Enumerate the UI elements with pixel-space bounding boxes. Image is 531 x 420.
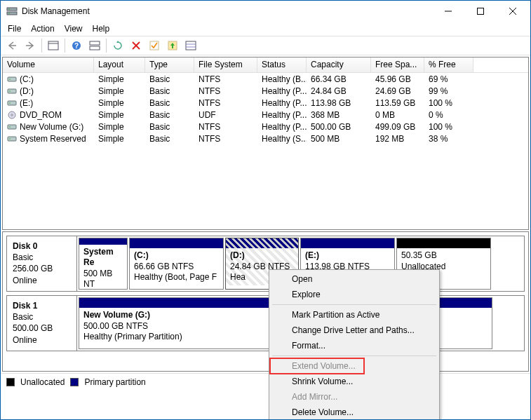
disk-state: Online bbox=[13, 276, 37, 285]
partition[interactable]: (C:)66.66 GB NTFSHealthy (Boot, Page F bbox=[129, 238, 224, 290]
svg-point-2 bbox=[8, 8, 10, 10]
svg-rect-29 bbox=[8, 125, 16, 129]
partition-title: (C:) bbox=[134, 250, 149, 260]
panel-icon bbox=[48, 41, 59, 50]
forward-button[interactable] bbox=[22, 38, 39, 53]
list-view-button[interactable] bbox=[182, 38, 199, 53]
disk-size: 500.00 GB bbox=[13, 323, 53, 333]
menu-item-change-drive-letter-and-paths[interactable]: Change Drive Letter and Paths... bbox=[271, 323, 438, 338]
remove-button[interactable] bbox=[128, 38, 144, 53]
volume-layout: Simple bbox=[94, 98, 145, 108]
volume-status: Healthy (P... bbox=[257, 110, 307, 120]
partition-color-bar bbox=[226, 238, 298, 248]
column-header-type[interactable]: Type bbox=[145, 57, 194, 72]
menu-file[interactable]: File bbox=[8, 24, 21, 34]
volume-list[interactable]: Volume Layout Type File System Status Ca… bbox=[2, 57, 529, 230]
volume-name: DVD_ROM bbox=[20, 110, 62, 120]
volume-status: Healthy (S... bbox=[257, 134, 307, 144]
menu-separator bbox=[272, 304, 436, 305]
volume-capacity: 113.98 GB bbox=[307, 98, 371, 108]
svg-point-24 bbox=[9, 91, 11, 93]
svg-rect-23 bbox=[8, 89, 16, 93]
toolbar-separator bbox=[65, 39, 65, 53]
column-header-pctfree[interactable]: % Free bbox=[424, 57, 473, 72]
menu-item-explore[interactable]: Explore bbox=[271, 287, 438, 302]
toolbar-separator bbox=[106, 39, 107, 53]
disk-name: Disk 0 bbox=[13, 241, 37, 251]
menu-item-open[interactable]: Open bbox=[271, 271, 438, 287]
disk-size: 256.00 GB bbox=[13, 264, 53, 273]
disk-graphical-view[interactable]: Disk 0Basic256.00 GBOnlineSystem Re500 M… bbox=[2, 231, 529, 372]
volume-free: 192 MB bbox=[371, 134, 424, 144]
legend: Unallocated Primary partition bbox=[1, 373, 530, 390]
close-button[interactable] bbox=[497, 1, 529, 22]
volume-row[interactable]: (C:)SimpleBasicNTFSHealthy (B...66.34 GB… bbox=[3, 73, 528, 85]
refresh-button[interactable] bbox=[109, 38, 126, 53]
volume-row[interactable]: New Volume (G:)SimpleBasicNTFSHealthy (P… bbox=[3, 121, 528, 133]
column-header-layout[interactable]: Layout bbox=[94, 57, 145, 72]
partition-title: New Volume (G:) bbox=[83, 310, 150, 320]
svg-rect-25 bbox=[8, 101, 16, 105]
volume-fs: NTFS bbox=[194, 74, 257, 84]
volume-row[interactable]: DVD_ROMSimpleBasicUDFHealthy (P...368 MB… bbox=[3, 109, 528, 121]
volume-name: New Volume (G:) bbox=[20, 122, 83, 132]
svg-rect-21 bbox=[8, 77, 16, 81]
help-button[interactable]: ? bbox=[68, 38, 85, 53]
toolbar-separator bbox=[41, 39, 42, 53]
column-header-freespace[interactable]: Free Spa... bbox=[371, 57, 424, 72]
partition[interactable]: System Re500 MB NTHealthy (Sy bbox=[79, 238, 128, 290]
volume-type: Basic bbox=[145, 98, 194, 108]
drive-icon bbox=[7, 123, 17, 131]
partition-size: 50.35 GB bbox=[401, 250, 437, 260]
volume-fs: NTFS bbox=[194, 122, 257, 132]
volume-fs: NTFS bbox=[194, 86, 257, 96]
show-hide-console-tree-button[interactable] bbox=[45, 38, 62, 53]
menu-action[interactable]: Action bbox=[31, 24, 54, 34]
volume-row[interactable]: (D:)SimpleBasicNTFSHealthy (P...24.84 GB… bbox=[3, 85, 528, 97]
disc-icon bbox=[7, 111, 17, 119]
volume-capacity: 500 MB bbox=[307, 134, 371, 144]
help-icon: ? bbox=[72, 41, 81, 50]
minimize-button[interactable] bbox=[432, 1, 464, 22]
back-button[interactable] bbox=[4, 38, 20, 53]
disk-label[interactable]: Disk 0Basic256.00 GBOnline bbox=[7, 236, 77, 291]
volume-name: System Reserved bbox=[20, 134, 86, 144]
partition-status: Healthy (Boot, Page F bbox=[134, 272, 217, 282]
menu-item-delete-volume[interactable]: Delete Volume... bbox=[271, 405, 438, 420]
disk-label[interactable]: Disk 1Basic500.00 GBOnline bbox=[7, 296, 77, 351]
volume-pctfree: 38 % bbox=[424, 134, 473, 144]
volume-name: (E:) bbox=[20, 98, 33, 108]
menu-item-format[interactable]: Format... bbox=[271, 338, 438, 353]
properties-button[interactable] bbox=[146, 38, 163, 53]
column-header-volume[interactable]: Volume bbox=[3, 57, 94, 72]
menu-item-extend-volume: Extend Volume... bbox=[271, 358, 438, 374]
maximize-button[interactable] bbox=[464, 1, 497, 22]
svg-rect-1 bbox=[7, 12, 17, 15]
disk-row: Disk 1Basic500.00 GBOnlineNew Volume (G:… bbox=[6, 295, 525, 351]
settings-top-bottom-button[interactable] bbox=[86, 38, 103, 53]
volume-free: 24.69 GB bbox=[371, 86, 424, 96]
volume-row[interactable]: System ReservedSimpleBasicNTFSHealthy (S… bbox=[3, 133, 528, 144]
volume-row[interactable]: (E:)SimpleBasicNTFSHealthy (P...113.98 G… bbox=[3, 97, 528, 109]
legend-swatch-unallocated bbox=[6, 378, 15, 386]
partition-color-bar bbox=[130, 238, 223, 248]
menu-item-shrink-volume[interactable]: Shrink Volume... bbox=[271, 374, 438, 389]
volume-pctfree: 100 % bbox=[424, 98, 473, 108]
menu-view[interactable]: View bbox=[65, 24, 83, 34]
action-button[interactable] bbox=[164, 38, 181, 53]
menu-item-mark-partition-as-active[interactable]: Mark Partition as Active bbox=[271, 307, 438, 323]
check-icon bbox=[149, 41, 159, 50]
column-header-capacity[interactable]: Capacity bbox=[307, 57, 371, 72]
partition-title: (E:) bbox=[305, 250, 319, 260]
column-header-filesystem[interactable]: File System bbox=[194, 57, 257, 72]
title-bar: Disk Management bbox=[1, 1, 530, 22]
column-header-status[interactable]: Status bbox=[257, 57, 307, 72]
volume-status: Healthy (P... bbox=[257, 86, 307, 96]
svg-point-30 bbox=[9, 127, 11, 128]
partition-size: 500.00 GB NTFS bbox=[83, 321, 148, 331]
volume-layout: Simple bbox=[94, 122, 145, 132]
menu-help[interactable]: Help bbox=[93, 24, 110, 34]
volume-free: 499.09 GB bbox=[371, 122, 424, 132]
partition-title: System Re bbox=[83, 247, 114, 268]
x-icon bbox=[132, 41, 140, 50]
